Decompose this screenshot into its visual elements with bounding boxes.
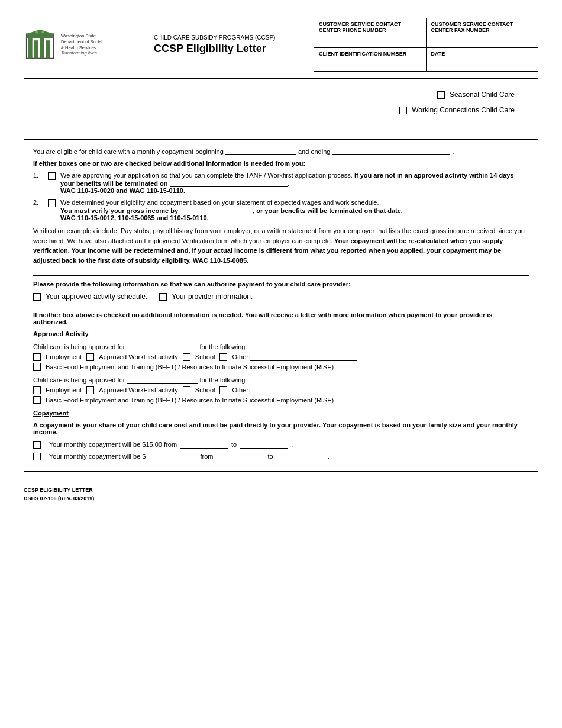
item-1-checkbox[interactable] bbox=[48, 172, 56, 180]
child-care-2a: Child care is being approved for bbox=[33, 376, 125, 384]
provider-checkbox-item[interactable]: Your provider information. bbox=[159, 292, 253, 301]
school-2-checkbox[interactable] bbox=[183, 386, 190, 394]
svg-rect-3 bbox=[40, 38, 44, 59]
workfirst-2-item[interactable]: Approved WorkFirst activity bbox=[86, 386, 178, 394]
client-id-value bbox=[319, 59, 421, 68]
employment-2-item[interactable]: Employment bbox=[33, 386, 82, 394]
copayment-bold-text: A copayment is your share of your child … bbox=[33, 421, 518, 436]
provider-info-label: Your provider information. bbox=[172, 292, 253, 301]
copay-1-checkbox[interactable] bbox=[33, 441, 41, 449]
copay-2-period: . bbox=[328, 453, 330, 460]
other-2-item[interactable]: Other: bbox=[219, 386, 357, 394]
footer-line1: CCSP ELIGIBILITY LETTER bbox=[24, 487, 538, 495]
employment-2-label: Employment bbox=[46, 386, 82, 394]
eligibility-start-blank bbox=[225, 147, 296, 155]
copay-2-from-blank bbox=[217, 452, 264, 460]
copay-row-1: Your monthly copayment will be $15.00 fr… bbox=[33, 440, 529, 449]
school-1-item[interactable]: School bbox=[183, 353, 215, 361]
item-1: 1. We are approving your application so … bbox=[33, 172, 529, 194]
child-care-row-2: Child care is being approved for for the… bbox=[33, 375, 529, 384]
item-2-checkbox[interactable] bbox=[48, 199, 56, 207]
activity-provider-row: Your approved activity schedule. Your pr… bbox=[33, 292, 529, 308]
info-boxes-bottom-row: CLIENT IDENTIFICATION NUMBER DATE bbox=[314, 48, 538, 71]
activity-schedule-checkbox[interactable] bbox=[33, 293, 41, 301]
form-main-title: CCSP Eligibility Letter bbox=[154, 43, 302, 55]
eligibility-end-blank bbox=[332, 147, 450, 155]
copay-2-to-label: to bbox=[267, 453, 273, 460]
boxes-intro-block: If either boxes one or two are checked b… bbox=[33, 160, 529, 167]
bfet-1-label: Basic Food Employment and Training (BFET… bbox=[46, 363, 334, 371]
school-2-item[interactable]: School bbox=[183, 386, 215, 394]
item-2-content: We determined your eligibility and copay… bbox=[60, 199, 529, 221]
client-id-box: CLIENT IDENTIFICATION NUMBER bbox=[314, 48, 427, 71]
school-2-label: School bbox=[195, 386, 215, 394]
verification-text: Verification examples include: Pay stubs… bbox=[33, 226, 529, 265]
employment-1-checkbox[interactable] bbox=[33, 353, 41, 361]
eligibility-period: . bbox=[453, 148, 454, 155]
footer: CCSP ELIGIBILITY LETTER DSHS 07-106 (REV… bbox=[24, 487, 538, 502]
activity-row-1: Employment Approved WorkFirst activity S… bbox=[33, 353, 529, 361]
bfet-2-checkbox[interactable] bbox=[33, 396, 41, 404]
copay-1-to-label: to bbox=[231, 441, 237, 448]
working-connections-checkbox-item[interactable]: Working Connections Child Care bbox=[399, 106, 515, 114]
school-1-checkbox[interactable] bbox=[183, 353, 190, 361]
neither-block: If neither box above is checked no addit… bbox=[33, 311, 529, 326]
employment-2-checkbox[interactable] bbox=[33, 386, 41, 394]
workfirst-2-checkbox[interactable] bbox=[86, 386, 94, 394]
item-1-blank bbox=[170, 179, 288, 187]
main-content-box: You are eligible for child care with a m… bbox=[24, 139, 538, 472]
copay-2-checkbox[interactable] bbox=[33, 453, 41, 460]
bfet-1-checkbox[interactable] bbox=[33, 363, 41, 371]
child-care-1b: for the following: bbox=[199, 343, 247, 350]
item-2-number: 2. bbox=[33, 199, 48, 206]
item-1-content: We are approving your application so tha… bbox=[60, 172, 529, 194]
info-boxes-top-row: CUSTOMER SERVICE CONTACT CENTER PHONE NU… bbox=[314, 18, 538, 48]
svg-rect-7 bbox=[35, 31, 38, 34]
child-care-row-1: Child care is being approved for for the… bbox=[33, 342, 529, 350]
svg-rect-4 bbox=[46, 40, 50, 58]
school-1-label: School bbox=[195, 353, 215, 360]
section-divider bbox=[33, 270, 529, 270]
item-1-wac: WAC 110-15-0020 and WAC 110-15-0110. bbox=[60, 187, 185, 194]
logo-text: Washington State Department of Social & … bbox=[61, 33, 102, 56]
workfirst-1-checkbox[interactable] bbox=[86, 353, 94, 361]
copay-1-to-blank bbox=[240, 440, 288, 449]
copay-2-label: Your monthly copayment will be $ bbox=[49, 453, 146, 460]
provider-info-checkbox[interactable] bbox=[159, 293, 167, 301]
seasonal-checkbox[interactable] bbox=[437, 91, 445, 99]
other-1-item[interactable]: Other: bbox=[219, 353, 357, 361]
bfet-2-label: Basic Food Employment and Training (BFET… bbox=[46, 397, 334, 404]
working-connections-checkbox[interactable] bbox=[399, 107, 407, 114]
item-1-number: 1. bbox=[33, 172, 48, 179]
date-box: DATE bbox=[427, 48, 538, 71]
other-1-label: Other: bbox=[232, 353, 250, 360]
item-2: 2. We determined your eligibility and co… bbox=[33, 199, 529, 221]
item-2-text: We determined your eligibility and copay… bbox=[60, 199, 379, 206]
employment-1-item[interactable]: Employment bbox=[33, 353, 82, 361]
child-care-1-blank bbox=[127, 342, 198, 350]
svg-rect-1 bbox=[28, 38, 32, 59]
item-2-blank bbox=[180, 206, 251, 214]
other-2-checkbox[interactable] bbox=[219, 386, 227, 394]
seasonal-checkbox-item[interactable]: Seasonal Child Care bbox=[437, 91, 515, 99]
item-2-wac: WAC 110-15-0012, 110-15-0065 and 110-15-… bbox=[60, 214, 209, 221]
copay-row-2: Your monthly copayment will be $ from to… bbox=[33, 452, 529, 460]
activity-schedule-label: Your approved activity schedule. bbox=[46, 292, 147, 301]
payment-intro-block: Please provide the following information… bbox=[33, 281, 529, 288]
copay-1-label: Your monthly copayment will be $15.00 fr… bbox=[49, 441, 177, 448]
other-1-checkbox[interactable] bbox=[219, 353, 227, 361]
working-connections-label: Working Connections Child Care bbox=[412, 106, 515, 114]
phone-value bbox=[319, 35, 421, 44]
bfet-row-2: Basic Food Employment and Training (BFET… bbox=[33, 396, 529, 404]
header: Washington State Department of Social & … bbox=[24, 18, 538, 79]
svg-marker-6 bbox=[27, 30, 54, 34]
bfet-row-1: Basic Food Employment and Training (BFET… bbox=[33, 363, 529, 371]
workfirst-2-label: Approved WorkFirst activity bbox=[99, 386, 178, 394]
payment-intro-text: Please provide the following information… bbox=[33, 281, 351, 288]
activity-checkbox-item[interactable]: Your approved activity schedule. bbox=[33, 292, 147, 301]
workfirst-1-item[interactable]: Approved WorkFirst activity bbox=[86, 353, 178, 361]
other-2-blank bbox=[250, 386, 357, 394]
checkboxes-section: Seasonal Child Care Working Connections … bbox=[24, 91, 538, 121]
child-care-1a: Child care is being approved for bbox=[33, 343, 125, 350]
boxes-intro-text: If either boxes one or two are checked b… bbox=[33, 160, 305, 167]
